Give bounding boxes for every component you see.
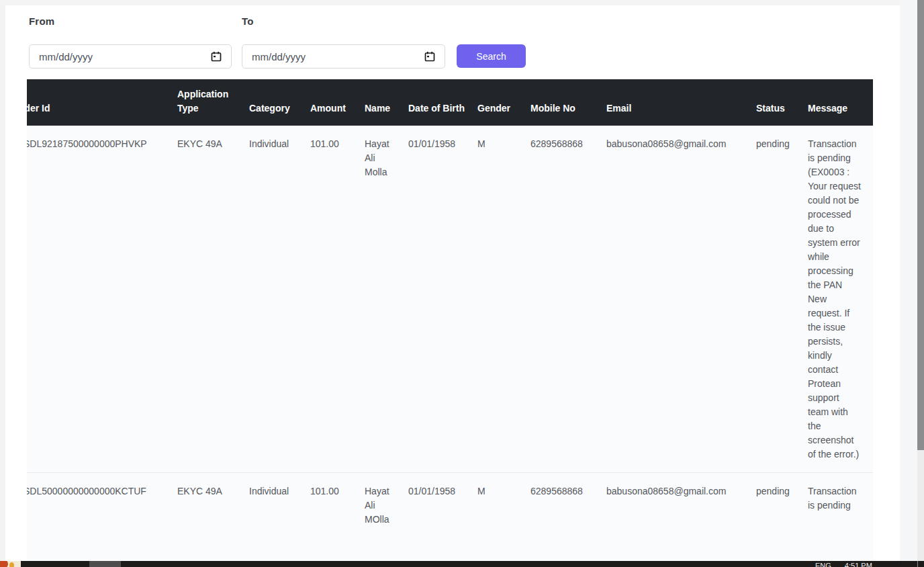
taskbar: ENG 4:51 PM bbox=[0, 561, 924, 567]
cell-email: babusona08658@gmail.com bbox=[606, 473, 756, 538]
app-logo-dot-icon bbox=[9, 562, 14, 567]
cell-application-type: EKYC 49A bbox=[177, 126, 249, 473]
cell-application-type: EKYC 49A bbox=[177, 473, 249, 538]
from-date-input[interactable] bbox=[29, 44, 232, 69]
cell-date-of-birth: 01/01/1958 bbox=[408, 126, 477, 473]
cell-order-id: SDL92187500000000PHVKP bbox=[27, 126, 177, 473]
table-header: Order Id Application Type Category Amoun… bbox=[27, 79, 873, 126]
cell-amount: 101.00 bbox=[310, 126, 365, 473]
vertical-scrollbar[interactable] bbox=[917, 0, 924, 561]
taskbar-app-icon[interactable] bbox=[0, 561, 21, 567]
col-category: Category bbox=[249, 79, 310, 126]
col-email: Email bbox=[606, 79, 756, 126]
cell-message: Transaction is pending bbox=[808, 473, 873, 538]
col-name: Name bbox=[365, 79, 408, 126]
cell-gender: M bbox=[477, 126, 530, 473]
window-edge-left bbox=[0, 5, 5, 561]
results-table: Order Id Application Type Category Amoun… bbox=[27, 79, 873, 561]
cell-name: Hayat Ali MOlla bbox=[365, 473, 408, 538]
language-indicator[interactable]: ENG bbox=[815, 562, 831, 567]
col-application-type: Application Type bbox=[177, 79, 249, 126]
col-gender: Gender bbox=[477, 79, 530, 126]
table-row: SDL50000000000000KCTUF EKYC 49A Individu… bbox=[27, 473, 873, 538]
cell-status: pending bbox=[756, 473, 808, 538]
taskbar-tray[interactable]: ENG 4:51 PM bbox=[815, 562, 872, 567]
to-date-input[interactable] bbox=[242, 44, 445, 69]
cell-category: Individual bbox=[249, 473, 310, 538]
app-logo-icon bbox=[0, 561, 8, 567]
window-edge-top bbox=[0, 0, 924, 5]
cell-mobile-no: 6289568868 bbox=[530, 126, 606, 473]
table-row: SDL92187500000000PHVKP EKYC 49A Individu… bbox=[27, 126, 873, 473]
calendar-icon[interactable] bbox=[424, 51, 435, 62]
cell-status: pending bbox=[756, 126, 808, 473]
col-mobile-no: Mobile No bbox=[530, 79, 606, 126]
col-status: Status bbox=[756, 79, 808, 126]
cell-email: babusona08658@gmail.com bbox=[606, 126, 756, 473]
from-label: From bbox=[29, 15, 54, 27]
to-label: To bbox=[242, 15, 254, 27]
cell-message: Transaction is pending (EX0003 : Your re… bbox=[808, 126, 873, 473]
cell-gender: M bbox=[477, 473, 530, 538]
cell-category: Individual bbox=[249, 126, 310, 473]
page-right-gutter bbox=[900, 0, 917, 561]
col-message: Message bbox=[808, 79, 873, 126]
cell-order-id: SDL50000000000000KCTUF bbox=[27, 473, 177, 538]
scrollbar-thumb[interactable] bbox=[917, 0, 924, 450]
cell-date-of-birth: 01/01/1958 bbox=[408, 473, 477, 538]
cell-amount: 101.00 bbox=[310, 473, 365, 538]
cell-mobile-no: 6289568868 bbox=[530, 473, 606, 538]
clock[interactable]: 4:51 PM bbox=[845, 562, 872, 567]
col-order-id: Order Id bbox=[27, 79, 177, 126]
col-amount: Amount bbox=[310, 79, 365, 126]
search-button[interactable]: Search bbox=[457, 44, 526, 68]
calendar-icon[interactable] bbox=[211, 51, 222, 62]
taskbar-active-app[interactable] bbox=[89, 561, 121, 567]
col-date-of-birth: Date of Birth bbox=[408, 79, 477, 126]
cell-name: Hayat Ali Molla bbox=[365, 126, 408, 473]
taskbar-separator bbox=[917, 561, 918, 567]
